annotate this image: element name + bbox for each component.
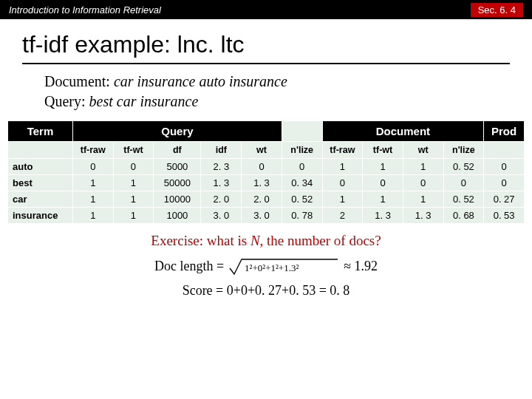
doclength-approx: ≈ 1.92 bbox=[344, 259, 378, 274]
cell: 0 bbox=[282, 159, 322, 175]
cell: 0 bbox=[484, 159, 525, 175]
query-label: Query: bbox=[44, 93, 86, 109]
cell: 1. 3 bbox=[201, 175, 242, 191]
example-text: Document: car insurance auto insurance Q… bbox=[0, 64, 532, 117]
cell: 0. 34 bbox=[282, 175, 322, 191]
cell: 1. 3 bbox=[363, 208, 403, 224]
col-header: df bbox=[154, 142, 201, 159]
col-header: wt bbox=[242, 142, 282, 159]
cell: 0. 52 bbox=[282, 191, 322, 208]
table-row: car 1 1 10000 2. 0 2. 0 0. 52 1 1 1 0. 5… bbox=[8, 191, 525, 208]
cell: 1 bbox=[403, 191, 443, 208]
col-group-spacer bbox=[282, 121, 322, 142]
document-label: Document: bbox=[44, 73, 110, 89]
table-row: best 1 1 50000 1. 3 1. 3 0. 34 0 0 0 0 0 bbox=[8, 175, 525, 191]
cell-term: best bbox=[8, 175, 73, 191]
query-text: best car insurance bbox=[89, 93, 199, 109]
table-row: tf-raw tf-wt df idf wt n'lize tf-raw tf-… bbox=[8, 142, 525, 159]
table-row: insurance 1 1 1000 3. 0 3. 0 0. 78 2 1. … bbox=[8, 208, 525, 224]
col-group-document: Document bbox=[322, 121, 484, 142]
document-text: car insurance auto insurance bbox=[114, 73, 287, 89]
cell-term: insurance bbox=[8, 208, 73, 224]
header-bar: Introduction to Information Retrieval Se… bbox=[0, 0, 532, 19]
cell: 1 bbox=[72, 175, 113, 191]
slide-title: tf-idf example: lnc. ltc bbox=[22, 31, 532, 58]
cell: 5000 bbox=[154, 159, 201, 175]
col-header: tf-raw bbox=[72, 142, 113, 159]
exercise-variable: N bbox=[250, 233, 260, 248]
cell: 1000 bbox=[154, 208, 201, 224]
title-block: tf-idf example: lnc. ltc bbox=[0, 19, 532, 58]
cell: 2. 0 bbox=[242, 191, 282, 208]
col-header bbox=[8, 142, 73, 159]
exercise-line: Exercise: what is N, the number of docs? bbox=[0, 233, 532, 249]
cell: 0 bbox=[403, 175, 443, 191]
cell: 0 bbox=[113, 159, 154, 175]
sqrt-icon: 1²+0²+1²+1.3² bbox=[228, 256, 339, 276]
cell: 1 bbox=[113, 175, 154, 191]
table-row: Term Query Document Prod bbox=[8, 121, 525, 142]
exercise-suffix: , the number of docs? bbox=[260, 233, 381, 248]
cell: 1 bbox=[72, 191, 113, 208]
col-header: tf-wt bbox=[363, 142, 403, 159]
doclength-label: Doc length = bbox=[154, 259, 224, 274]
cell: 0. 27 bbox=[484, 191, 525, 208]
cell: 3. 0 bbox=[201, 208, 242, 224]
col-header: idf bbox=[201, 142, 242, 159]
col-group-term: Term bbox=[8, 121, 73, 142]
cell: 0. 52 bbox=[443, 191, 484, 208]
col-header: tf-wt bbox=[113, 142, 154, 159]
cell: 50000 bbox=[154, 175, 201, 191]
cell: 2. 3 bbox=[201, 159, 242, 175]
cell: 1 bbox=[403, 159, 443, 175]
col-group-query: Query bbox=[72, 121, 282, 142]
cell: 0 bbox=[322, 175, 363, 191]
cell: 1. 3 bbox=[403, 208, 443, 224]
cell: 0 bbox=[72, 159, 113, 175]
cell: 1 bbox=[113, 191, 154, 208]
cell: 1 bbox=[363, 191, 403, 208]
cell: 0. 52 bbox=[443, 159, 484, 175]
col-header: n'lize bbox=[282, 142, 322, 159]
tfidf-table: Term Query Document Prod tf-raw tf-wt df… bbox=[7, 120, 525, 224]
cell: 0 bbox=[443, 175, 484, 191]
cell-term: car bbox=[8, 191, 73, 208]
col-header: tf-raw bbox=[322, 142, 363, 159]
cell: 1 bbox=[322, 159, 363, 175]
svg-text:1²+0²+1²+1.3²: 1²+0²+1²+1.3² bbox=[245, 262, 299, 273]
table-row: auto 0 0 5000 2. 3 0 0 1 1 1 0. 52 0 bbox=[8, 159, 525, 175]
cell: 2 bbox=[322, 208, 363, 224]
cell: 0. 78 bbox=[282, 208, 322, 224]
cell: 2. 0 bbox=[201, 191, 242, 208]
cell: 0. 53 bbox=[484, 208, 525, 224]
cell: 3. 0 bbox=[242, 208, 282, 224]
cell: 10000 bbox=[154, 191, 201, 208]
section-number: Sec. 6. 4 bbox=[471, 3, 523, 17]
exercise-prefix: Exercise: what is bbox=[151, 233, 250, 248]
cell: 1 bbox=[363, 159, 403, 175]
doclength-line: Doc length = 1²+0²+1²+1.3² ≈ 1.92 bbox=[0, 256, 532, 276]
score-line: Score = 0+0+0. 27+0. 53 = 0. 8 bbox=[0, 283, 532, 299]
cell: 0 bbox=[242, 159, 282, 175]
cell: 0 bbox=[363, 175, 403, 191]
cell: 1 bbox=[322, 191, 363, 208]
cell-term: auto bbox=[8, 159, 73, 175]
col-header: wt bbox=[403, 142, 443, 159]
col-header: n'lize bbox=[443, 142, 484, 159]
cell: 1 bbox=[72, 208, 113, 224]
table-body: auto 0 0 5000 2. 3 0 0 1 1 1 0. 52 0 bes… bbox=[8, 159, 525, 224]
col-group-prod: Prod bbox=[484, 121, 525, 142]
course-title: Introduction to Information Retrieval bbox=[9, 4, 161, 16]
cell: 0 bbox=[484, 175, 525, 191]
col-header bbox=[484, 142, 525, 159]
cell: 1 bbox=[113, 208, 154, 224]
cell: 1. 3 bbox=[242, 175, 282, 191]
cell: 0. 68 bbox=[443, 208, 484, 224]
